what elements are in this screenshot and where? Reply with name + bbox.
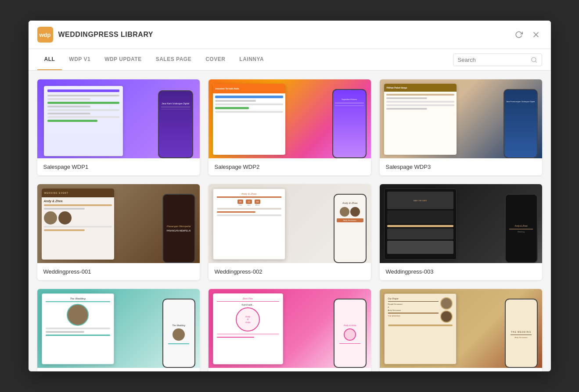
- card-label-8: [209, 368, 371, 371]
- nav-bar: ALL WDP V1 WDP UPDATE SALES PAGE COVER L…: [29, 49, 551, 71]
- card-7[interactable]: The Wedding The Wedding: [37, 289, 200, 371]
- refresh-icon: [515, 31, 523, 39]
- card-label-2: Salespage WDP2: [209, 158, 371, 175]
- card-image-2: Investasi Terbaik Anda: [209, 79, 371, 158]
- card-salespage-wdp2[interactable]: Investasi Terbaik Anda: [209, 79, 371, 175]
- card-image-5: Andy & Zhea 05Hari 10Jam 58Menit: [209, 184, 371, 263]
- header-left: wdp WEDDINGPRESS LIBRARY: [37, 27, 154, 43]
- modal-title: WEDDINGPRESS LIBRARY: [58, 31, 154, 39]
- card-salespage-wdp1[interactable]: Jasa Kami Undangan Digital Salespage WDP…: [37, 79, 200, 175]
- card-weddingpress-001[interactable]: WEDDING EVENT Andy & Zhea: [37, 184, 200, 280]
- card-image-1: Jasa Kami Undangan Digital: [37, 79, 200, 158]
- card-image-3: Pilihan Paket Harga: [380, 79, 542, 158]
- search-input[interactable]: [458, 57, 528, 63]
- tab-salespage[interactable]: SALES PAGE: [149, 49, 198, 70]
- card-weddingpress-002[interactable]: Andy & Zhea 05Hari 10Jam 58Menit: [209, 184, 371, 280]
- card-image-8: Binti Pitri Kami hadir... Andy&Anita: [209, 289, 371, 368]
- modal-body[interactable]: Jasa Kami Undangan Digital Salespage WDP…: [29, 71, 551, 371]
- card-image-6: SAVE THE DATE: [380, 184, 542, 263]
- refresh-button[interactable]: [513, 29, 525, 40]
- nav-tabs: ALL WDP V1 WDP UPDATE SALES PAGE COVER L…: [37, 49, 271, 70]
- card-image-4: WEDDING EVENT Andy & Zhea: [37, 184, 200, 263]
- cards-grid: Jasa Kami Undangan Digital Salespage WDP…: [37, 79, 542, 371]
- tab-wdpv1[interactable]: WDP V1: [62, 49, 97, 70]
- header-actions: [513, 29, 542, 41]
- logo-box: wdp: [37, 27, 53, 43]
- card-image-9: Our Prayer Ranjab Hermawan & Andy Hermaw…: [380, 289, 542, 368]
- card-label-4: Weddingpress-001: [37, 263, 200, 280]
- tab-lainnya[interactable]: LAINNYA: [232, 49, 271, 70]
- card-8[interactable]: Binti Pitri Kami hadir... Andy&Anita: [209, 289, 371, 371]
- card-salespage-wdp3[interactable]: Pilihan Paket Harga: [380, 79, 542, 175]
- close-icon: [532, 30, 540, 39]
- tab-wdpupdate[interactable]: WDP UPDATE: [97, 49, 149, 70]
- search-box: [453, 53, 542, 66]
- card-label-1: Salespage WDP1: [37, 158, 200, 175]
- card-9[interactable]: Our Prayer Ranjab Hermawan & Andy Hermaw…: [380, 289, 542, 371]
- card-label-9: [380, 368, 542, 371]
- modal-overlay: wdp WEDDINGPRESS LIBRARY: [0, 0, 579, 392]
- logo-text: wdp: [40, 32, 51, 38]
- card-label-7: [37, 368, 200, 371]
- card-label-5: Weddingpress-002: [209, 263, 371, 280]
- weddingpress-library-modal: wdp WEDDINGPRESS LIBRARY: [29, 21, 551, 371]
- card-label-6: Weddingpress-003: [380, 263, 542, 280]
- close-button[interactable]: [530, 29, 542, 41]
- tab-cover[interactable]: COVER: [198, 49, 232, 70]
- search-icon: [531, 57, 537, 63]
- card-weddingpress-003[interactable]: SAVE THE DATE: [380, 184, 542, 280]
- tab-all[interactable]: ALL: [37, 49, 62, 70]
- modal-header: wdp WEDDINGPRESS LIBRARY: [29, 21, 551, 49]
- card-image-7: The Wedding The Wedding: [37, 289, 200, 368]
- card-label-3: Salespage WDP3: [380, 158, 542, 175]
- svg-line-3: [535, 61, 536, 62]
